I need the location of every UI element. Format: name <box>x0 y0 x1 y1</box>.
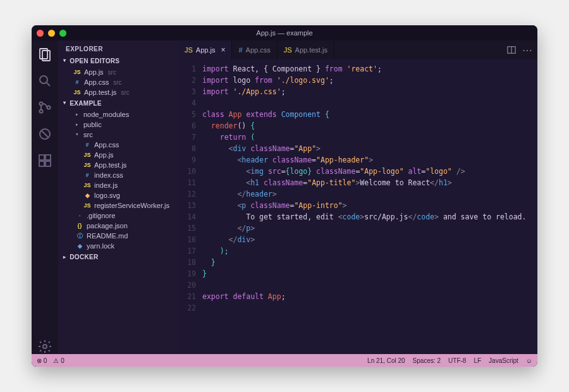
svg-point-13 <box>43 345 47 348</box>
project-section[interactable]: EXAMPLE <box>58 97 178 109</box>
open-editor-item[interactable]: #App.csssrc <box>58 77 178 87</box>
svg-rect-9 <box>39 155 44 160</box>
status-errors[interactable]: ⊗ 0 <box>37 357 47 364</box>
status-warnings[interactable]: ⚠ 0 <box>53 357 64 364</box>
svg-line-8 <box>42 131 48 137</box>
file-item[interactable]: JSindex.js <box>58 180 178 190</box>
tab-app-test-js[interactable]: JSApp.test.js <box>278 40 334 59</box>
file-item[interactable]: #index.css <box>58 170 178 180</box>
folder-node-modules[interactable]: node_modules <box>58 109 178 119</box>
sidebar: EXPLORER OPEN EDITORS JSApp.jssrc #App.c… <box>58 40 178 354</box>
svg-rect-12 <box>46 161 51 166</box>
close-window-button[interactable] <box>37 30 44 37</box>
split-editor-icon[interactable] <box>507 46 516 54</box>
folder-public[interactable]: public <box>58 119 178 130</box>
file-item[interactable]: ⓘREADME.md <box>58 231 178 241</box>
file-item[interactable]: ◆yarn.lock <box>58 241 178 251</box>
more-actions-icon[interactable]: ⋯ <box>522 44 532 56</box>
editor-window: App.js — example EXPLORER OPEN EDITORS J… <box>32 25 537 367</box>
js-file-icon: JS <box>83 161 91 169</box>
status-cursor[interactable]: Ln 21, Col 20 <box>367 357 405 364</box>
svg-rect-11 <box>39 161 44 166</box>
tab-app-js[interactable]: JSApp.js× <box>178 40 232 59</box>
editor-area: JSApp.js× #App.css JSApp.test.js ⋯ 12345… <box>178 40 537 354</box>
status-encoding[interactable]: UTF-8 <box>448 357 466 364</box>
extensions-icon[interactable] <box>37 153 52 168</box>
svg-point-5 <box>40 110 43 113</box>
js-file-icon: JS <box>284 46 292 54</box>
json-file-icon: {} <box>76 222 83 230</box>
open-editors-section[interactable]: OPEN EDITORS <box>58 55 178 67</box>
status-feedback-icon[interactable]: ☺ <box>526 357 532 364</box>
file-item[interactable]: #App.css <box>58 140 178 150</box>
minimize-window-button[interactable] <box>48 30 55 37</box>
window-title: App.js — example <box>256 29 312 37</box>
svg-point-2 <box>40 76 47 83</box>
docker-section[interactable]: DOCKER <box>58 251 178 263</box>
css-file-icon: # <box>73 78 81 86</box>
css-file-icon: # <box>238 46 242 54</box>
file-item[interactable]: ◆logo.svg <box>58 190 178 200</box>
debug-icon[interactable] <box>37 126 52 142</box>
js-file-icon: JS <box>83 181 91 189</box>
status-eol[interactable]: LF <box>474 357 481 364</box>
status-bar: ⊗ 0 ⚠ 0 Ln 21, Col 20 Spaces: 2 UTF-8 LF… <box>32 354 537 367</box>
explorer-icon[interactable] <box>37 47 52 62</box>
open-editor-item[interactable]: JSApp.test.jssrc <box>58 87 178 97</box>
svg-point-6 <box>47 106 51 109</box>
code-lines[interactable]: import React, { Component } from 'react'… <box>202 59 537 354</box>
sidebar-title: EXPLORER <box>58 40 178 55</box>
readme-file-icon: ⓘ <box>76 232 83 240</box>
tab-app-css[interactable]: #App.css <box>232 40 277 59</box>
js-file-icon: JS <box>83 202 91 209</box>
status-spaces[interactable]: Spaces: 2 <box>413 357 441 364</box>
line-number-gutter: 12345678910111213141516171819202122 <box>178 59 202 354</box>
file-item[interactable]: ◦.gitignore <box>58 211 178 221</box>
tab-actions: ⋯ <box>502 40 537 59</box>
settings-gear-icon[interactable] <box>37 339 52 354</box>
css-file-icon: # <box>83 141 91 149</box>
traffic-lights <box>37 30 66 37</box>
status-language[interactable]: JavaScript <box>489 357 518 364</box>
gitignore-file-icon: ◦ <box>76 212 83 219</box>
main-body: EXPLORER OPEN EDITORS JSApp.jssrc #App.c… <box>32 40 537 354</box>
source-control-icon[interactable] <box>37 100 52 115</box>
open-editor-item[interactable]: JSApp.jssrc <box>58 67 178 77</box>
code-editor[interactable]: 12345678910111213141516171819202122 impo… <box>178 59 537 354</box>
js-file-icon: JS <box>83 151 91 159</box>
svg-file-icon: ◆ <box>83 192 91 199</box>
file-item[interactable]: {}package.json <box>58 221 178 231</box>
maximize-window-button[interactable] <box>59 30 66 37</box>
tab-bar: JSApp.js× #App.css JSApp.test.js ⋯ <box>178 40 537 59</box>
svg-point-4 <box>40 102 43 106</box>
css-file-icon: # <box>83 171 91 179</box>
yarn-file-icon: ◆ <box>76 242 83 250</box>
activity-bar <box>32 40 58 354</box>
file-item[interactable]: JSApp.js <box>58 150 178 160</box>
search-icon[interactable] <box>37 73 52 89</box>
js-file-icon: JS <box>185 46 193 54</box>
svg-rect-10 <box>46 155 51 160</box>
file-item[interactable]: JSApp.test.js <box>58 160 178 170</box>
file-item[interactable]: JSregisterServiceWorker.js <box>58 200 178 211</box>
titlebar: App.js — example <box>32 25 537 40</box>
js-file-icon: JS <box>73 68 81 76</box>
js-file-icon: JS <box>73 89 81 96</box>
close-tab-icon[interactable]: × <box>221 46 225 54</box>
svg-line-3 <box>47 83 50 86</box>
folder-src[interactable]: src <box>58 130 178 140</box>
